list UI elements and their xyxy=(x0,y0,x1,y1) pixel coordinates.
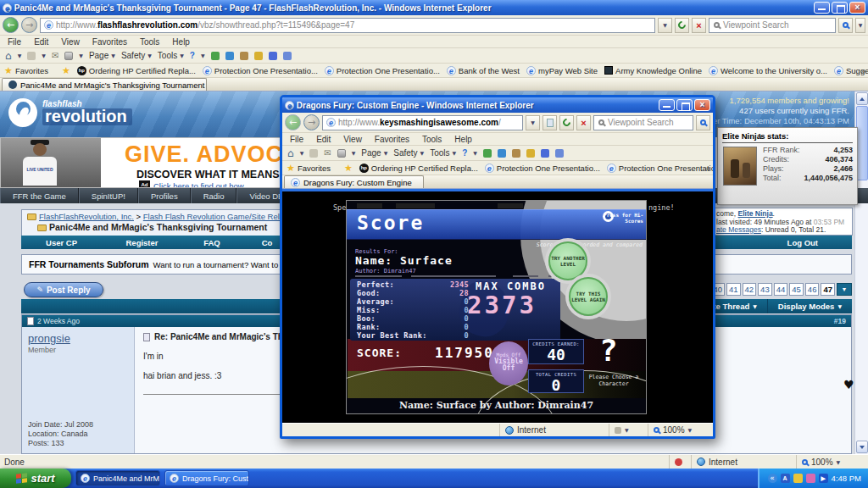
nav-profiles[interactable]: Profiles xyxy=(138,188,191,203)
feeds-dropdown-icon[interactable]: ▼ xyxy=(42,53,46,58)
status-flag-cell[interactable]: ▼ xyxy=(609,424,644,436)
menu-tools[interactable]: Tools xyxy=(422,135,442,144)
print-dropdown-icon[interactable]: ▼ xyxy=(352,150,356,156)
command-extra-icon-1[interactable] xyxy=(225,52,234,60)
favorites-overflow-chevron[interactable]: » xyxy=(705,164,710,173)
command-extra-icon-2[interactable] xyxy=(512,149,520,158)
print-icon[interactable] xyxy=(64,52,73,60)
zoom-control[interactable]: 100%▼ xyxy=(648,424,709,436)
mail-icon[interactable]: ✉ xyxy=(52,52,58,60)
address-field[interactable]: http://www.keysmashingisawesome.com/ xyxy=(322,115,523,130)
search-options-button[interactable]: ▼ xyxy=(855,18,865,33)
help-icon[interactable]: ? xyxy=(190,51,195,60)
try-this-level-again-button[interactable]: TRY THIS LEVEL AGAIN xyxy=(569,277,608,316)
post-reply-button[interactable]: ✎ Post Reply xyxy=(24,282,103,297)
menu-file[interactable]: File xyxy=(8,37,21,47)
share-icon[interactable] xyxy=(541,149,549,158)
favorite-link-bank[interactable]: Bank of the West xyxy=(447,66,520,75)
add-favorite-icon[interactable]: ★ xyxy=(344,163,353,174)
restore-button[interactable] xyxy=(832,2,848,14)
display-modes-button[interactable]: Display Modes▼ xyxy=(767,299,852,313)
favorites-button[interactable]: ★Favorites xyxy=(4,65,48,76)
menu-help[interactable]: Help xyxy=(454,135,472,144)
send-icon[interactable] xyxy=(283,52,292,60)
refresh-button[interactable] xyxy=(559,115,574,130)
command-extra-icon-2[interactable] xyxy=(240,52,248,60)
forward-button[interactable]: → xyxy=(21,17,37,33)
refresh-button[interactable] xyxy=(675,18,689,33)
scroll-thumb[interactable] xyxy=(856,106,868,180)
help-dropdown-icon[interactable]: ▼ xyxy=(201,53,205,58)
back-button[interactable]: ← xyxy=(285,114,301,130)
register-link[interactable]: Register xyxy=(102,238,182,247)
tray-icon-2[interactable] xyxy=(793,474,803,483)
user-cp-link[interactable]: User CP xyxy=(21,238,102,247)
send-icon[interactable] xyxy=(555,149,564,158)
ad-cta-link[interactable]: Click here to find out how. xyxy=(153,181,246,188)
stop-button[interactable]: × xyxy=(576,115,591,130)
help-dropdown-icon[interactable]: ▼ xyxy=(473,150,477,156)
menu-favorites[interactable]: Favorites xyxy=(92,37,127,47)
breadcrumb-root-link[interactable]: FlashFlashRevolution, Inc. xyxy=(39,212,134,221)
command-extra-icon-1[interactable] xyxy=(498,149,506,158)
print-dropdown-icon[interactable]: ▼ xyxy=(79,53,83,58)
menu-favorites[interactable]: Favorites xyxy=(375,135,409,144)
home-icon[interactable]: ⌂ xyxy=(5,52,12,60)
menu-view[interactable]: View xyxy=(343,135,362,144)
safety-menu-button[interactable]: Safety▼ xyxy=(393,148,424,158)
username-link[interactable]: Elite Ninja xyxy=(738,209,773,218)
popup-titlebar[interactable]: Dragons Fury: Custom Engine - Windows In… xyxy=(282,97,713,113)
search-go-button[interactable] xyxy=(696,115,710,130)
home-icon[interactable]: ⌂ xyxy=(287,149,294,158)
post-author-link[interactable]: prongsie xyxy=(28,332,128,345)
scroll-down-button[interactable] xyxy=(856,441,868,453)
favorite-link-protection2[interactable]: Protection One Presentatio... xyxy=(325,66,440,75)
favorite-link-protection1[interactable]: Protection One Presentatio... xyxy=(485,164,600,173)
main-active-tab[interactable]: Panic4Me and MrMagic's Thanksgiving Tour… xyxy=(2,78,207,91)
safety-menu-button[interactable]: Safety▼ xyxy=(121,51,152,60)
search-input[interactable]: Viewpoint Search xyxy=(593,115,693,130)
favorite-link-hp[interactable]: hpOrdering HP Certified Repla... xyxy=(359,164,478,173)
page-link[interactable]: 42 xyxy=(743,283,757,296)
zoom-control[interactable]: 100%▼ xyxy=(796,455,864,469)
search-go-button[interactable] xyxy=(838,18,853,33)
tools-menu-button[interactable]: Tools▼ xyxy=(158,51,184,60)
taskbar-item-dragons-fury[interactable]: Dragons Fury: Custo... xyxy=(164,470,249,486)
private-messages-link[interactable]: ate Messages xyxy=(716,225,761,234)
page-menu-button[interactable]: Page▼ xyxy=(89,51,115,60)
faq-link[interactable]: FAQ xyxy=(182,238,242,247)
nav-ffr-the-game[interactable]: FFR the Game xyxy=(0,188,79,203)
page-link[interactable]: 41 xyxy=(726,283,741,296)
page-link[interactable]: 43 xyxy=(758,283,772,296)
close-button[interactable] xyxy=(849,2,865,14)
mail-icon[interactable]: ✉ xyxy=(324,149,331,158)
nav-spinitup[interactable]: SpinItUP! xyxy=(79,188,138,203)
print-icon[interactable] xyxy=(337,149,346,158)
favorites-button[interactable]: ★Favorites xyxy=(287,163,331,174)
lock-icon[interactable] xyxy=(254,52,263,60)
tray-play-icon[interactable]: ▶ xyxy=(819,474,828,483)
clock[interactable]: 4:48 PM xyxy=(832,474,861,483)
favorite-link-hp[interactable]: hpOrdering HP Certified Repla... xyxy=(77,66,196,75)
favorite-link-protection2[interactable]: Protection One Presentatio... xyxy=(607,164,713,173)
address-dropdown-button[interactable]: ▼ xyxy=(526,115,540,130)
menu-edit[interactable]: Edit xyxy=(34,37,48,47)
menu-file[interactable]: File xyxy=(290,135,303,144)
tray-aol-icon[interactable]: A xyxy=(781,474,790,483)
nav-radio[interactable]: Radio xyxy=(191,188,237,203)
ffr-logo[interactable]: flashflashrevolution xyxy=(8,98,132,127)
stop-button[interactable]: × xyxy=(692,18,706,33)
close-button[interactable] xyxy=(694,99,710,111)
compatibility-view-button[interactable] xyxy=(542,115,557,130)
tray-collapse-chevron[interactable]: « xyxy=(768,474,777,483)
menu-view[interactable]: View xyxy=(61,37,80,47)
hiscores-button[interactable]: Press for Hi-Scores xyxy=(603,212,643,224)
favorite-link-protection1[interactable]: Protection One Presentatio... xyxy=(203,66,318,75)
menu-tools[interactable]: Tools xyxy=(140,37,159,47)
home-dropdown-icon[interactable]: ▼ xyxy=(18,53,22,58)
logout-link[interactable]: Log Out xyxy=(787,238,818,247)
address-field[interactable]: http://www.flashflashrevolution.com/vbz/… xyxy=(40,18,655,33)
favorites-overflow-chevron[interactable]: » xyxy=(860,66,865,75)
page-dropdown[interactable]: ▼ xyxy=(837,283,852,296)
tray-icon-3[interactable] xyxy=(806,474,815,483)
